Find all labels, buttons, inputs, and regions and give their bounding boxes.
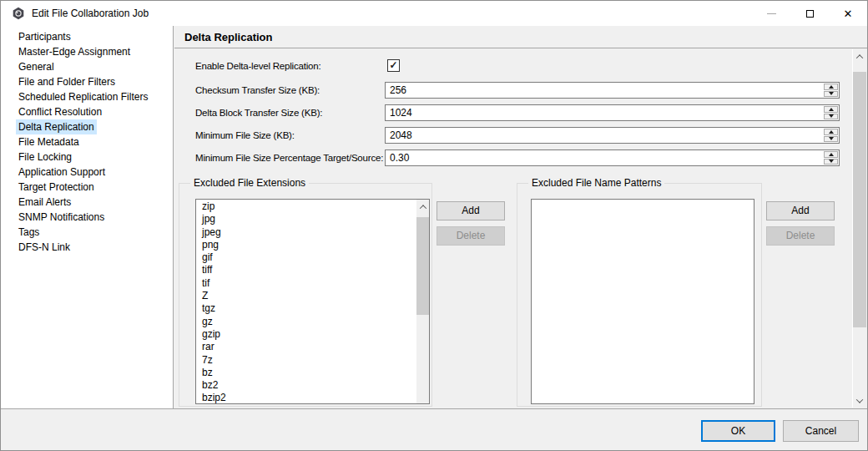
app-icon (12, 7, 25, 20)
minimize-button[interactable] (752, 1, 790, 26)
extensions-list-scrollbar[interactable] (416, 200, 429, 403)
sidebar-item-delta-replication[interactable]: Delta Replication (1, 119, 173, 134)
spin-up-button[interactable] (824, 129, 838, 135)
sidebar-item-application-support[interactable]: Application Support (1, 165, 173, 180)
sidebar-item-label: Email Alerts (16, 195, 73, 210)
main-scroll-down-button[interactable] (853, 393, 866, 408)
triangle-down-icon (829, 137, 834, 140)
spin-up-button[interactable] (824, 106, 838, 113)
sidebar-item-email-alerts[interactable]: Email Alerts (1, 195, 173, 210)
list-item-gif[interactable]: gif (202, 251, 416, 264)
close-icon: ✕ (844, 8, 853, 19)
list-item-bz[interactable]: bz (202, 367, 416, 379)
extensions-delete-button[interactable]: Delete (437, 226, 505, 246)
list-item-tgz[interactable]: tgz (202, 302, 416, 315)
sidebar-item-label: Scheduled Replication Filters (16, 89, 150, 104)
main-scrollbar[interactable] (852, 49, 866, 408)
dialog-footer: OK Cancel (1, 408, 867, 450)
page-header: Delta Replication (174, 26, 867, 48)
sidebar-item-file-and-folder-filters[interactable]: File and Folder Filters (1, 74, 173, 89)
sidebar-item-label: DFS-N Link (16, 240, 73, 255)
sidebar-item-label: SNMP Notifications (16, 210, 107, 225)
spin-down-button[interactable] (824, 91, 838, 98)
input-value: 2048 (390, 129, 412, 142)
list-item-zip[interactable]: zip (202, 200, 416, 213)
list-item-png[interactable]: png (202, 239, 416, 251)
list-item-7z[interactable]: 7z (202, 354, 416, 367)
minimum-file-size-kb-input[interactable]: 2048 (385, 127, 840, 144)
page-title: Delta Replication (184, 31, 272, 43)
spin-down-button[interactable] (824, 159, 838, 165)
list-item-gz[interactable]: gz (202, 316, 416, 328)
spin-up-button[interactable] (824, 84, 838, 90)
excluded-patterns-list[interactable] (531, 199, 754, 404)
enable-delta-level-replication-checkbox[interactable]: ✓ (387, 59, 400, 72)
triangle-down-icon (829, 160, 834, 163)
form-row-enable-delta-level-replication: Enable Delta-level Replication:✓ (195, 58, 840, 74)
list-item-tiff[interactable]: tiff (202, 264, 416, 276)
maximize-button[interactable] (790, 1, 829, 26)
sidebar-nav: ParticipantsMaster-Edge AssignmentGenera… (1, 26, 174, 408)
patterns-add-button[interactable]: Add (766, 201, 835, 220)
excluded-patterns-group-label: Excluded File Name Patterns (528, 177, 664, 189)
main-scroll-up-button[interactable] (853, 49, 866, 63)
sidebar-item-conflict-resolution[interactable]: Conflict Resolution (1, 104, 173, 119)
close-button[interactable]: ✕ (829, 1, 867, 26)
field-label: Minimum File Size (KB): (195, 127, 295, 144)
list-item-tif[interactable]: tif (202, 277, 416, 290)
sidebar-item-master-edge-assignment[interactable]: Master-Edge Assignment (1, 44, 173, 59)
maximize-icon (806, 10, 814, 18)
list-item-jpg[interactable]: jpg (202, 213, 416, 226)
edit-file-collaboration-job-dialog: Edit File Collaboration Job ✕ Participan… (0, 0, 868, 451)
form-row-delta-block-transfer-size-kb: Delta Block Transfer Size (KB):1024 (195, 104, 840, 121)
sidebar-item-file-locking[interactable]: File Locking (1, 149, 173, 165)
field-label: Checksum Transfer Size (KB): (195, 82, 320, 99)
cancel-button[interactable]: Cancel (783, 420, 859, 442)
triangle-up-icon (829, 130, 834, 134)
sidebar-item-participants[interactable]: Participants (1, 29, 173, 44)
input-value: 0.30 (390, 152, 409, 165)
chevron-up-icon (419, 205, 426, 211)
main-panel: Delta Replication Enable Delta-level Rep… (174, 26, 867, 408)
excluded-extensions-items: zipjpgjpegpnggiftifftifZtgzgzgziprar7zbz… (196, 200, 416, 403)
scroll-up-button[interactable] (416, 200, 429, 214)
list-item-bz2[interactable]: bz2 (202, 379, 416, 392)
sidebar-item-file-metadata[interactable]: File Metadata (1, 134, 173, 149)
extensions-add-button[interactable]: Add (437, 201, 505, 220)
field-label: Delta Block Transfer Size (KB): (195, 104, 322, 121)
window-controls: ✕ (752, 1, 867, 26)
list-item-bzip2[interactable]: bzip2 (202, 392, 416, 403)
ok-button[interactable]: OK (701, 420, 775, 442)
sidebar-item-scheduled-replication-filters[interactable]: Scheduled Replication Filters (1, 89, 173, 104)
form-row-minimum-file-size-percentage-target-source: Minimum File Size Percentage Target/Sour… (195, 149, 840, 166)
sidebar-item-general[interactable]: General (1, 59, 173, 74)
input-value: 256 (390, 84, 406, 97)
sidebar-item-dfs-n-link[interactable]: DFS-N Link (1, 240, 173, 255)
spin-up-button[interactable] (824, 151, 838, 158)
spinner-buttons (824, 129, 838, 142)
sidebar-item-label: Conflict Resolution (16, 104, 104, 119)
list-item-jpeg[interactable]: jpeg (202, 226, 416, 239)
sidebar-item-snmp-notifications[interactable]: SNMP Notifications (1, 210, 173, 225)
excluded-extensions-group-label: Excluded File Extensions (190, 177, 309, 189)
sidebar-item-target-protection[interactable]: Target Protection (1, 180, 173, 195)
checksum-transfer-size-kb-input[interactable]: 256 (385, 82, 840, 99)
minimize-icon (767, 13, 776, 14)
sidebar-item-tags[interactable]: Tags (1, 225, 173, 240)
scrollbar-thumb[interactable] (416, 217, 429, 315)
sidebar-item-label: File Locking (16, 149, 74, 165)
patterns-delete-button[interactable]: Delete (766, 226, 835, 246)
list-item-gzip[interactable]: gzip (202, 328, 416, 341)
input-value: 1024 (390, 107, 412, 119)
list-item-z[interactable]: Z (202, 290, 416, 302)
spin-down-button[interactable] (824, 114, 838, 120)
minimum-file-size-percentage-target-source-input[interactable]: 0.30 (385, 149, 840, 166)
triangle-down-icon (829, 92, 834, 95)
list-item-rar[interactable]: rar (202, 341, 416, 353)
spin-down-button[interactable] (824, 136, 838, 143)
form-row-minimum-file-size-kb: Minimum File Size (KB):2048 (195, 127, 840, 144)
main-scrollbar-thumb[interactable] (853, 72, 866, 327)
chevron-up-icon (856, 54, 863, 61)
delta-block-transfer-size-kb-input[interactable]: 1024 (385, 104, 840, 121)
excluded-extensions-list[interactable]: zipjpgjpegpnggiftifftifZtgzgzgziprar7zbz… (195, 199, 430, 404)
